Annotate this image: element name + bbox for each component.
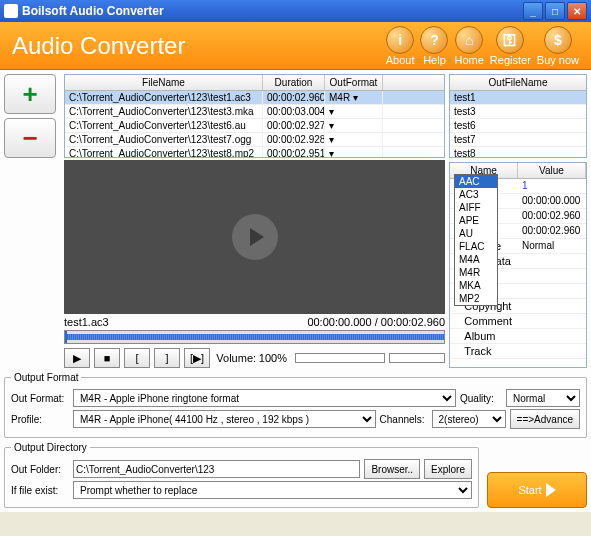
col-filename[interactable]: FileName bbox=[65, 75, 263, 90]
mark-in-button[interactable]: [ bbox=[124, 348, 150, 368]
minimize-button[interactable]: _ bbox=[523, 2, 543, 20]
output-format-group: Output Format Out Format: M4R - Apple iP… bbox=[4, 372, 587, 438]
time-label: 00:00:00.000 / 00:00:02.960 bbox=[307, 316, 445, 328]
dropdown-item[interactable]: AU bbox=[455, 227, 497, 240]
header: Audio Converter iAbout?Help⌂Home⚿Registe… bbox=[0, 22, 591, 70]
quality-label: Quality: bbox=[460, 393, 502, 404]
volume-indicator bbox=[389, 353, 445, 363]
file-table-header: FileName Duration OutFormat bbox=[65, 75, 444, 91]
window-title: Boilsoft Audio Converter bbox=[22, 4, 521, 18]
list-item[interactable]: test6 bbox=[450, 119, 586, 133]
dropdown-item[interactable]: M4A bbox=[455, 253, 497, 266]
remove-button[interactable]: − bbox=[4, 118, 56, 158]
dropdown-item[interactable]: AC3 bbox=[455, 188, 497, 201]
browse-button[interactable]: Browser.. bbox=[364, 459, 420, 479]
dropdown-item[interactable]: M4R bbox=[455, 266, 497, 279]
dropdown-item[interactable]: APE bbox=[455, 214, 497, 227]
preview-area bbox=[64, 160, 445, 314]
header-buy-now-button[interactable]: $Buy now bbox=[537, 26, 579, 66]
dropdown-item[interactable]: MP2 bbox=[455, 292, 497, 305]
col-outformat[interactable]: OutFormat bbox=[325, 75, 383, 90]
content: + − FileName Duration OutFormat C:\Torre… bbox=[0, 70, 591, 512]
start-button[interactable]: Start bbox=[487, 472, 587, 508]
property-row[interactable]: Comment bbox=[450, 314, 586, 329]
header-buttons: iAbout?Help⌂Home⚿Register$Buy now bbox=[386, 26, 579, 66]
volume-label: Volume: 100% bbox=[216, 352, 287, 364]
home-icon: ⌂ bbox=[455, 26, 483, 54]
out-format-select[interactable]: M4R - Apple iPhone ringtone format bbox=[73, 389, 456, 407]
table-row[interactable]: C:\Torrent_AudioConverter\123\test1.ac30… bbox=[65, 91, 444, 105]
seek-bar[interactable] bbox=[64, 330, 445, 344]
property-row[interactable]: Track bbox=[450, 344, 586, 359]
header-register-button[interactable]: ⚿Register bbox=[490, 26, 531, 66]
range-button[interactable]: [▶] bbox=[184, 348, 210, 368]
app-title: Audio Converter bbox=[12, 32, 386, 60]
col-prop-value[interactable]: Value bbox=[518, 163, 586, 178]
dropdown-item[interactable]: AIFF bbox=[455, 201, 497, 214]
out-folder-label: Out Folder: bbox=[11, 464, 69, 475]
table-row[interactable]: C:\Torrent_AudioConverter\123\test3.mka0… bbox=[65, 105, 444, 119]
outfilename-list[interactable]: OutFileName test1test3test6test7test8 bbox=[449, 74, 587, 158]
header-home-button[interactable]: ⌂Home bbox=[454, 26, 483, 66]
titlebar: Boilsoft Audio Converter _ □ ✕ bbox=[0, 0, 591, 22]
current-file-label: test1.ac3 bbox=[64, 316, 109, 328]
profile-select[interactable]: M4R - Apple iPhone( 44100 Hz , stereo , … bbox=[73, 410, 376, 428]
list-item[interactable]: test1 bbox=[450, 91, 586, 105]
register-icon: ⚿ bbox=[496, 26, 524, 54]
close-button[interactable]: ✕ bbox=[567, 2, 587, 20]
add-button[interactable]: + bbox=[4, 74, 56, 114]
channels-label: Channels: bbox=[380, 414, 428, 425]
dropdown-item[interactable]: MKA bbox=[455, 279, 497, 292]
advance-button[interactable]: ==>Advance bbox=[510, 409, 580, 429]
about-icon: i bbox=[386, 26, 414, 54]
play-button[interactable]: ▶ bbox=[64, 348, 90, 368]
col-outfilename[interactable]: OutFileName bbox=[450, 75, 586, 91]
volume-slider[interactable] bbox=[295, 353, 385, 363]
out-format-label: Out Format: bbox=[11, 393, 69, 404]
list-item[interactable]: test7 bbox=[450, 133, 586, 147]
buy now-icon: $ bbox=[544, 26, 572, 54]
format-dropdown-list[interactable]: AACAC3AIFFAPEAUFLACM4AM4RMKAMP2 bbox=[454, 174, 498, 306]
output-format-legend: Output Format bbox=[11, 372, 81, 383]
header-help-button[interactable]: ?Help bbox=[420, 26, 448, 66]
table-row[interactable]: C:\Torrent_AudioConverter\123\test6.au00… bbox=[65, 119, 444, 133]
output-directory-legend: Output Directory bbox=[11, 442, 90, 453]
if-file-exist-select[interactable]: Prompt whether to replace bbox=[73, 481, 472, 499]
dropdown-item[interactable]: AAC bbox=[455, 175, 497, 188]
if-file-exist-label: If file exist: bbox=[11, 485, 69, 496]
property-row[interactable]: Album bbox=[450, 329, 586, 344]
table-row[interactable]: C:\Torrent_AudioConverter\123\test7.ogg0… bbox=[65, 133, 444, 147]
app-icon bbox=[4, 4, 18, 18]
col-duration[interactable]: Duration bbox=[263, 75, 325, 90]
quality-select[interactable]: Normal bbox=[506, 389, 580, 407]
dropdown-item[interactable]: FLAC bbox=[455, 240, 497, 253]
mark-out-button[interactable]: ] bbox=[154, 348, 180, 368]
output-directory-group: Output Directory Out Folder: Browser.. E… bbox=[4, 442, 479, 508]
help-icon: ? bbox=[420, 26, 448, 54]
stop-button[interactable]: ■ bbox=[94, 348, 120, 368]
explore-button[interactable]: Explore bbox=[424, 459, 472, 479]
list-item[interactable]: test8 bbox=[450, 147, 586, 158]
table-row[interactable]: C:\Torrent_AudioConverter\123\test8.mp20… bbox=[65, 147, 444, 158]
profile-label: Profile: bbox=[11, 414, 69, 425]
header-about-button[interactable]: iAbout bbox=[386, 26, 415, 66]
file-table[interactable]: FileName Duration OutFormat C:\Torrent_A… bbox=[64, 74, 445, 158]
list-item[interactable]: test3 bbox=[450, 105, 586, 119]
out-folder-input[interactable] bbox=[73, 460, 360, 478]
channels-select[interactable]: 2(stereo) bbox=[432, 410, 506, 428]
maximize-button[interactable]: □ bbox=[545, 2, 565, 20]
play-icon[interactable] bbox=[232, 214, 278, 260]
